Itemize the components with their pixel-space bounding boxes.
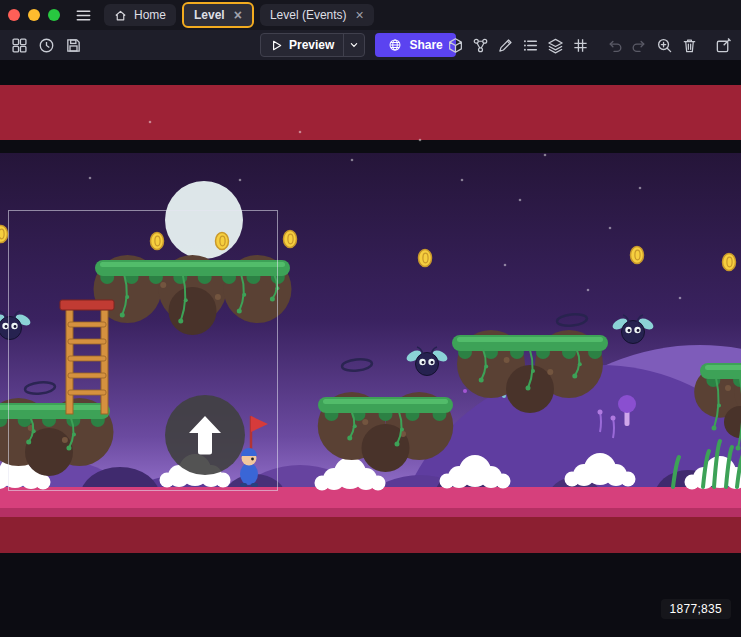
coin[interactable] bbox=[216, 233, 229, 250]
star bbox=[519, 199, 522, 202]
preview-button[interactable]: Preview bbox=[260, 33, 365, 57]
coin[interactable] bbox=[419, 250, 432, 267]
tab-level[interactable]: Level × bbox=[182, 2, 254, 28]
objects-graph-icon[interactable] bbox=[469, 33, 492, 57]
scene-editor-canvas[interactable]: 1877;835 bbox=[0, 60, 741, 637]
ladder-rung bbox=[68, 322, 106, 327]
mushroom-cap bbox=[618, 395, 636, 413]
tab-bar: Home Level × Level (Events) × bbox=[104, 2, 374, 28]
properties-list-icon[interactable] bbox=[519, 33, 542, 57]
player-body bbox=[240, 463, 258, 485]
tab-label: Home bbox=[134, 8, 166, 22]
star bbox=[461, 179, 464, 182]
project-manager-icon[interactable] bbox=[8, 33, 31, 57]
coin[interactable] bbox=[631, 247, 644, 264]
coin[interactable] bbox=[0, 226, 8, 243]
backdrop-red-band bbox=[0, 85, 741, 140]
star bbox=[679, 297, 682, 300]
star bbox=[544, 154, 547, 157]
tab-label: Level (Events) bbox=[270, 8, 347, 22]
tab-level-events[interactable]: Level (Events) × bbox=[260, 4, 374, 26]
star bbox=[609, 227, 612, 230]
coin[interactable] bbox=[723, 254, 736, 271]
trash-icon[interactable] bbox=[678, 33, 701, 57]
save-icon[interactable] bbox=[62, 33, 85, 57]
minimize-window-button[interactable] bbox=[28, 9, 40, 21]
ground-bands bbox=[0, 487, 741, 637]
player-foot bbox=[240, 483, 247, 487]
ladder-rung bbox=[68, 373, 106, 378]
play-icon bbox=[270, 39, 283, 52]
star bbox=[587, 289, 590, 292]
sprout bbox=[600, 412, 601, 432]
preview-dropdown[interactable] bbox=[343, 34, 364, 56]
grid-icon[interactable] bbox=[569, 33, 592, 57]
star bbox=[239, 179, 242, 182]
globe-icon bbox=[388, 38, 402, 52]
toolbar-center-group: Preview Share bbox=[260, 33, 456, 57]
toolbar: Preview Share bbox=[0, 30, 741, 60]
tab-label: Level bbox=[194, 8, 225, 22]
coin[interactable] bbox=[284, 231, 297, 248]
player-eye bbox=[251, 458, 254, 461]
toolbar-right-group bbox=[444, 33, 735, 57]
sprout bbox=[613, 418, 614, 438]
cursor-coordinates-badge: 1877;835 bbox=[661, 599, 731, 619]
ladder-cap bbox=[60, 300, 114, 310]
traffic-lights bbox=[8, 9, 60, 21]
ladder-rung bbox=[68, 390, 106, 395]
preview-label: Preview bbox=[289, 38, 334, 52]
dark-red-ground bbox=[0, 517, 741, 553]
star bbox=[351, 159, 354, 162]
coin[interactable] bbox=[151, 233, 164, 250]
redo-icon[interactable] bbox=[628, 33, 651, 57]
preview-main[interactable]: Preview bbox=[261, 34, 343, 56]
chevron-down-icon bbox=[348, 39, 360, 51]
star bbox=[149, 121, 152, 124]
sprout-head bbox=[598, 410, 603, 415]
star bbox=[89, 177, 92, 180]
close-tab-icon[interactable]: × bbox=[356, 8, 364, 22]
cube-icon[interactable] bbox=[444, 33, 467, 57]
star bbox=[419, 139, 422, 142]
player-foot bbox=[251, 483, 258, 487]
close-tab-icon[interactable]: × bbox=[234, 8, 242, 22]
ladder-rung bbox=[68, 339, 106, 344]
star bbox=[299, 131, 302, 134]
share-label: Share bbox=[409, 38, 442, 52]
history-icon[interactable] bbox=[35, 33, 58, 57]
hamburger-menu-icon[interactable] bbox=[70, 3, 96, 27]
pencil-icon[interactable] bbox=[494, 33, 517, 57]
star bbox=[639, 187, 642, 190]
touch-arrow-button[interactable] bbox=[165, 395, 245, 475]
undo-icon[interactable] bbox=[603, 33, 626, 57]
moon-object[interactable] bbox=[165, 181, 243, 259]
zoom-window-button[interactable] bbox=[48, 9, 60, 21]
home-icon bbox=[114, 9, 127, 22]
titlebar: Home Level × Level (Events) × bbox=[0, 0, 741, 30]
tab-home[interactable]: Home bbox=[104, 4, 176, 26]
star bbox=[504, 264, 507, 267]
zoom-in-icon[interactable] bbox=[653, 33, 676, 57]
layers-icon[interactable] bbox=[544, 33, 567, 57]
sprout-head bbox=[611, 416, 616, 421]
edit-events-icon[interactable] bbox=[712, 33, 735, 57]
close-window-button[interactable] bbox=[8, 9, 20, 21]
toolbar-left-group bbox=[8, 33, 85, 57]
ladder-rung bbox=[68, 356, 106, 361]
level-canvas[interactable] bbox=[0, 60, 741, 637]
sparkle bbox=[463, 389, 467, 393]
